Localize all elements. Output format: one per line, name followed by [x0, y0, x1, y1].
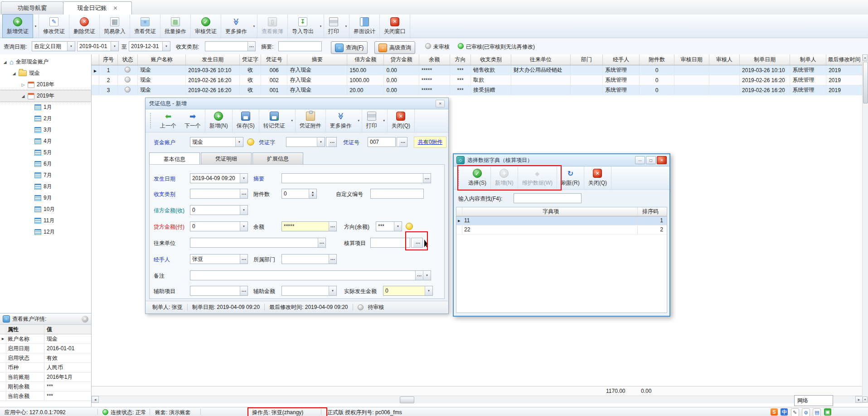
- category-field-input[interactable]: [190, 189, 248, 199]
- expander-icon[interactable]: [21, 83, 25, 87]
- tool-icon[interactable]: ▣: [824, 408, 831, 416]
- grid-column-header[interactable]: 制单人: [790, 54, 826, 65]
- table-row[interactable]: 3 现金 2019-02-26 16:20 收 001 存入现金 20.00 0…: [92, 85, 863, 95]
- close-window-button[interactable]: 关闭窗口: [380, 15, 410, 38]
- audit-voucher-button[interactable]: 审核凭证: [191, 15, 221, 38]
- ellipsis-icon[interactable]: [413, 238, 422, 247]
- chevron-down-icon[interactable]: [394, 222, 402, 231]
- tree-item-month[interactable]: 3月: [0, 124, 91, 136]
- ellipsis-icon[interactable]: [240, 286, 247, 295]
- tree-item-month[interactable]: 5月: [0, 147, 91, 158]
- grid-column-header[interactable]: 余额: [419, 54, 450, 65]
- ellipsis-icon[interactable]: [240, 189, 247, 198]
- tab-cash-journal[interactable]: 现金日记账: [63, 1, 132, 15]
- expander-icon[interactable]: [21, 94, 25, 98]
- advanced-search-button[interactable]: 高级查询: [374, 41, 415, 54]
- tree-item-month[interactable]: 1月: [0, 102, 91, 113]
- grid-column-header[interactable]: 最后修改时间: [826, 54, 863, 65]
- fund-account-select[interactable]: 现金: [190, 137, 243, 147]
- scroll-left-icon[interactable]: ◀: [92, 396, 99, 403]
- import-export-dropdown[interactable]: [318, 15, 324, 38]
- horizontal-scrollbar[interactable]: ◀ ▶: [92, 396, 863, 403]
- aux-amount-input[interactable]: [281, 286, 337, 296]
- simple-entry-button[interactable]: 简易录入: [100, 15, 130, 38]
- add-voucher-button[interactable]: 新增凭证: [3, 15, 33, 38]
- expander-icon[interactable]: [12, 71, 16, 76]
- delete-voucher-button[interactable]: 删除凭证: [69, 15, 100, 38]
- close-icon[interactable]: ✕: [657, 156, 667, 164]
- voucher-number-browse-button[interactable]: [397, 137, 407, 147]
- dict-close-button[interactable]: 关闭(Q): [584, 166, 611, 189]
- tree-item-month[interactable]: 12月: [0, 226, 91, 238]
- summary-field-input[interactable]: [281, 173, 431, 183]
- chevron-down-icon[interactable]: [162, 42, 170, 51]
- more-operations-dropdown[interactable]: [251, 15, 257, 38]
- maximize-icon[interactable]: ▢: [646, 156, 656, 164]
- summary-input[interactable]: [278, 41, 322, 51]
- mic-icon[interactable]: ⊙: [802, 408, 810, 416]
- search-button[interactable]: 查询(F): [331, 41, 368, 54]
- grid-column-header[interactable]: 审核人: [709, 54, 739, 65]
- chevron-down-icon[interactable]: [111, 42, 118, 51]
- toolbar-drag-handle[interactable]: [150, 113, 153, 128]
- accounting-item-input[interactable]: [370, 238, 410, 248]
- dialog-close-button[interactable]: 关闭(Q): [388, 109, 415, 132]
- tree-item-month[interactable]: 4月: [0, 136, 91, 147]
- keyboard-icon[interactable]: ▤: [813, 408, 821, 416]
- chevron-down-icon[interactable]: [235, 137, 243, 147]
- tree-item-month[interactable]: 7月: [0, 170, 91, 181]
- ellipsis-icon[interactable]: [399, 137, 407, 147]
- ui-design-button[interactable]: 界面设计: [349, 15, 380, 38]
- actual-amount-input[interactable]: 0: [383, 286, 433, 296]
- scroll-right-icon[interactable]: ▶: [855, 396, 863, 403]
- grid-column-header[interactable]: 收支类别: [471, 54, 511, 65]
- tree-item-2019[interactable]: 2019年: [0, 90, 91, 102]
- table-row[interactable]: 2 现金 2019-02-26 16:20 收 002 存入现金 1000.00…: [92, 75, 863, 85]
- grid-column-header[interactable]: 部门: [570, 54, 602, 65]
- grid-column-header[interactable]: 借方金额: [347, 54, 384, 65]
- grid-column-header[interactable]: 摘要: [287, 54, 347, 65]
- voucher-attachment-button[interactable]: 凭证附件: [296, 109, 326, 132]
- close-icon[interactable]: [82, 316, 88, 323]
- ellipsis-icon[interactable]: [329, 222, 336, 231]
- chevron-down-icon[interactable]: [240, 206, 247, 215]
- tree-item-month[interactable]: 2月: [0, 113, 91, 124]
- grid-column-header[interactable]: 审核日期: [674, 54, 709, 65]
- chevron-down-icon[interactable]: [67, 42, 75, 51]
- print-button[interactable]: 打印: [324, 15, 343, 38]
- prev-button[interactable]: 上一个: [156, 109, 180, 132]
- date-from-input[interactable]: 2019-01-01: [77, 41, 119, 51]
- balance-input[interactable]: *****: [281, 221, 337, 231]
- table-row[interactable]: 1 现金 2019-03-26 10:10 收 006 存入现金 150.00 …: [92, 65, 863, 75]
- tree-item-month[interactable]: 8月: [0, 181, 91, 192]
- tree-item-month[interactable]: 11月: [0, 215, 91, 226]
- chevron-down-icon[interactable]: [425, 286, 432, 295]
- list-item[interactable]: 当前账期 2016年1月: [0, 372, 91, 382]
- save-button[interactable]: 保存(S): [233, 109, 259, 132]
- dialog-print-button[interactable]: 打印: [362, 109, 381, 132]
- voucher-word-browse-button[interactable]: [326, 137, 337, 147]
- scroll-down-icon[interactable]: ▼: [863, 396, 868, 403]
- chevron-down-icon[interactable]: [423, 271, 431, 280]
- dialog-more-dropdown[interactable]: [356, 109, 362, 132]
- minimize-icon[interactable]: —: [635, 156, 645, 164]
- hscroll-thumb[interactable]: [400, 396, 414, 403]
- tab-function-nav[interactable]: 功能导航窗: [1, 1, 63, 15]
- debit-amount-input[interactable]: 0: [190, 205, 248, 215]
- grid-column-header[interactable]: 方向: [450, 54, 471, 65]
- dict-find-input[interactable]: [514, 193, 582, 203]
- pen-icon[interactable]: ✎: [791, 408, 799, 416]
- tree-item-cash[interactable]: 现金: [0, 68, 91, 79]
- ellipsis-icon[interactable]: [240, 254, 247, 264]
- list-item[interactable]: 期初余额 ***: [0, 382, 91, 392]
- grid-column-header[interactable]: 账户名称: [138, 54, 186, 65]
- list-item[interactable]: 币种 人民币: [0, 363, 91, 372]
- list-item[interactable]: 当前余额 ***: [0, 392, 91, 401]
- tab-voucher-detail[interactable]: 凭证明细: [201, 152, 252, 165]
- list-item[interactable]: 启用状态 有效: [0, 353, 91, 363]
- close-icon[interactable]: [436, 100, 445, 108]
- accounting-item-browse-button[interactable]: [411, 238, 423, 248]
- ellipsis-icon[interactable]: [328, 137, 336, 147]
- print-dropdown[interactable]: [343, 15, 349, 38]
- grid-column-header[interactable]: 凭证号: [261, 54, 287, 65]
